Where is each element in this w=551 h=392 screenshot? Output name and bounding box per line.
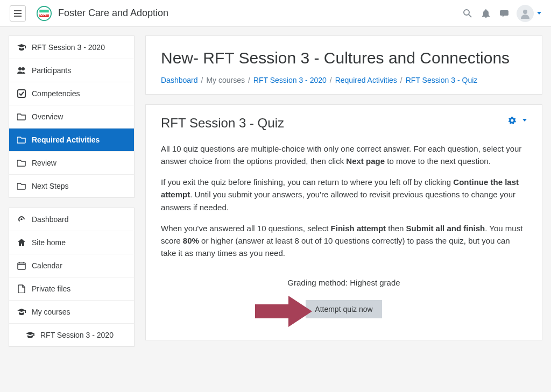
sidebar-item[interactable]: Calendar <box>9 254 134 277</box>
bell-icon <box>482 9 490 18</box>
site-nav-panel: DashboardSite homeCalendarPrivate filesM… <box>9 208 135 347</box>
sidebar-item[interactable]: Dashboard <box>9 208 134 231</box>
sidebar-item[interactable]: Competencies <box>9 82 134 105</box>
sidebar-item-label: Overview <box>32 112 63 121</box>
users-icon <box>17 66 26 75</box>
quiz-description: All 10 quiz questions are multiple-choic… <box>161 142 527 260</box>
sidebar-item-label: RFT Session 3 - 2020 <box>40 331 114 339</box>
sidebar-item-label: Calendar <box>32 261 62 270</box>
notifications-button[interactable] <box>477 4 495 23</box>
caret-down-icon <box>537 12 541 15</box>
home-icon <box>17 238 26 247</box>
grading-method: Grading method: Highest grade <box>161 278 527 287</box>
check-square-icon <box>17 89 26 98</box>
sidebar-item[interactable]: My courses <box>9 301 134 324</box>
grad-cap-icon <box>25 330 35 340</box>
breadcrumb-separator: / <box>201 76 203 84</box>
topbar: UAT Foster Care and Adoption <box>0 0 551 27</box>
quiz-settings-button[interactable] <box>507 116 527 125</box>
sidebar-item-label: Competencies <box>32 89 80 98</box>
sidebar-item-label: Next Steps <box>32 182 68 190</box>
page-header-card: New- RFT Session 3 - Cultures and Connec… <box>145 35 542 95</box>
main-content: New- RFT Session 3 - Cultures and Connec… <box>145 35 542 357</box>
site-title[interactable]: Foster Care and Adoption <box>58 8 168 19</box>
sidebar-item-label: RFT Session 3 - 2020 <box>32 43 105 52</box>
sidebar-item-label: Private files <box>32 284 70 293</box>
sidebar-item[interactable]: Overview <box>9 105 134 129</box>
sidebar-item[interactable]: Review <box>9 152 134 175</box>
sidebar-item-label: Participants <box>32 66 71 75</box>
messages-button[interactable] <box>495 4 513 23</box>
folder-icon <box>17 135 26 145</box>
comment-icon <box>500 9 508 18</box>
calendar-icon <box>17 261 26 270</box>
attempt-quiz-button[interactable]: Attempt quiz now <box>306 300 382 318</box>
nav-toggle-button[interactable] <box>10 5 26 22</box>
folder-icon <box>17 112 26 122</box>
site-logo-icon: UAT <box>37 6 52 21</box>
sidebar-item[interactable]: RFT Session 3 - 2020 <box>9 324 134 346</box>
file-icon <box>17 284 26 294</box>
quiz-card: RFT Session 3 - Quiz All 10 quiz questio… <box>145 104 542 340</box>
user-menu-button[interactable] <box>517 5 534 22</box>
sidebar-item-label: Site home <box>32 238 66 247</box>
sidebar-item-label: Dashboard <box>32 215 69 224</box>
grad-cap-icon <box>17 307 26 317</box>
sidebar-item-label: Review <box>32 159 56 167</box>
sidebar-item-label: My courses <box>32 308 70 316</box>
user-icon <box>520 8 531 19</box>
sidebar-item[interactable]: RFT Session 3 - 2020 <box>9 36 134 59</box>
svg-text:UAT: UAT <box>40 11 48 16</box>
page-title: New- RFT Session 3 - Cultures and Connec… <box>161 48 527 68</box>
breadcrumb-item[interactable]: RFT Session 3 - 2020 <box>253 76 327 84</box>
sidebar-item[interactable]: Participants <box>9 59 134 82</box>
breadcrumb-separator: / <box>330 76 332 84</box>
breadcrumb-separator: / <box>248 76 250 84</box>
sidebar: RFT Session 3 - 2020ParticipantsCompeten… <box>9 35 135 357</box>
gear-icon <box>507 116 517 125</box>
grad-cap-icon <box>17 42 26 52</box>
breadcrumb: Dashboard/My courses/RFT Session 3 - 202… <box>161 76 527 84</box>
sidebar-item[interactable]: Required Activities <box>9 129 134 152</box>
folder-icon <box>17 158 26 168</box>
breadcrumb-separator: / <box>400 76 402 84</box>
gauge-icon <box>17 215 26 224</box>
search-icon <box>463 9 472 18</box>
sidebar-item[interactable]: Site home <box>9 231 134 254</box>
course-nav-panel: RFT Session 3 - 2020ParticipantsCompeten… <box>9 35 135 198</box>
quiz-title: RFT Session 3 - Quiz <box>161 116 284 131</box>
search-button[interactable] <box>458 4 477 23</box>
caret-down-icon <box>522 119 527 122</box>
sidebar-item-label: Required Activities <box>32 136 100 144</box>
breadcrumb-item[interactable]: Required Activities <box>335 76 397 84</box>
sidebar-item[interactable]: Next Steps <box>9 175 134 197</box>
breadcrumb-item[interactable]: RFT Session 3 - Quiz <box>406 76 478 84</box>
sidebar-item[interactable]: Private files <box>9 277 134 301</box>
breadcrumb-item[interactable]: Dashboard <box>161 76 198 84</box>
folder-icon <box>17 181 26 191</box>
bars-icon <box>14 10 22 17</box>
breadcrumb-item: My courses <box>206 76 245 84</box>
